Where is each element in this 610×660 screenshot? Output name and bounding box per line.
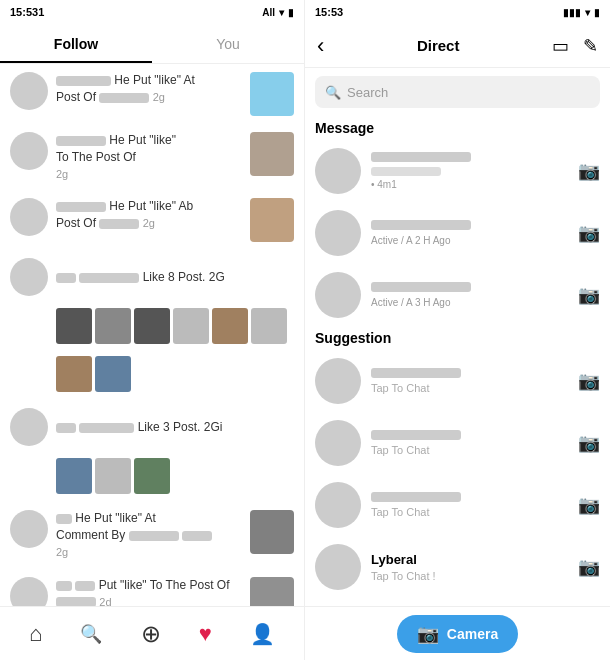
mini-img [212,308,248,344]
bottom-nav-left: ⌂ 🔍 ⊕ ♥ 👤 [0,606,304,660]
heart-icon[interactable]: ♥ [199,621,212,647]
suggestion-content: Tap To Chat [371,430,568,456]
left-tabs: Follow You [0,24,304,64]
status-icons-right: ▮▮▮ ▾ ▮ [563,7,600,18]
add-icon[interactable]: ⊕ [141,620,161,648]
mini-img [134,308,170,344]
mini-image-grid [56,308,287,344]
suggestion-item[interactable]: Tap To Chat 📷 [305,474,610,536]
message-list: Message • 4m1 📷 Active / A 2 H Ago 📷 [305,116,610,606]
mini-img [56,308,92,344]
search-placeholder: Search [347,85,388,100]
feed-content: Put "like" To The Post Of 2d [56,577,242,606]
video-icon[interactable]: ▭ [552,35,569,57]
avatar [10,72,48,110]
feed-item[interactable]: He Put "like" To The Post Of 2g [0,124,304,190]
status-bar-right: 15:53 ▮▮▮ ▾ ▮ [305,0,610,24]
camera-icon[interactable]: 📷 [578,160,600,182]
feed-content: Like 8 Post. 2G [56,269,294,286]
avatar [10,510,48,548]
wifi-icon-right: ▾ [585,7,590,18]
direct-header: ‹ Direct ▭ ✎ [305,24,610,68]
camera-icon[interactable]: 📷 [578,284,600,306]
user-blur [56,76,111,86]
mini-img [251,308,287,344]
msg-time-text: • 4m1 [371,179,568,190]
message-content: Active / A 2 H Ago [371,220,568,246]
feed-content: He Put "like" Ab Post Of 2g [56,198,242,232]
edit-icon[interactable]: ✎ [583,35,598,57]
suggestion-avatar [315,358,361,404]
feed-item[interactable]: He Put "like" At Comment By 2g [0,502,304,568]
suggestion-item[interactable]: Tap To Chat 📷 [305,412,610,474]
msg-status-text: Active / A 2 H Ago [371,235,568,246]
message-content: • 4m1 [371,152,568,190]
feed-item[interactable]: He Put "like" Ab Post Of 2g [0,190,304,250]
feed-sub: Comment By [56,527,242,544]
camera-icon[interactable]: 📷 [578,432,600,454]
suggestion-item[interactable]: Lyberal Tap To Chat ! 📷 [305,536,610,598]
camera-label: Camera [447,626,498,642]
camera-icon[interactable]: 📷 [578,556,600,578]
avatar [10,132,48,170]
suggestion-item[interactable]: Tap To Chat 📷 [305,350,610,412]
feed-text: He Put "like" At [56,72,242,89]
msg-name-blur [371,152,471,162]
feed-text: He Put "like" At [56,510,242,527]
home-icon[interactable]: ⌂ [29,621,42,647]
status-icons-left: All ▾ ▮ [262,7,294,18]
mini-img [95,356,131,392]
time-right: 15:53 [315,6,343,18]
battery-icon-right: ▮ [594,7,600,18]
search-icon: 🔍 [325,85,341,100]
mini-img [173,308,209,344]
avatar [10,258,48,296]
avatar [10,198,48,236]
tap-to-chat: Tap To Chat ! [371,570,568,582]
suggestion-content: Tap To Chat [371,492,568,518]
avatar [10,577,48,606]
message-section-label: Message [305,116,610,140]
feed-content: He Put "like" At Comment By 2g [56,510,242,560]
search-icon[interactable]: 🔍 [80,623,102,645]
camera-icon[interactable]: 📷 [578,494,600,516]
avatar [10,408,48,446]
feed-item[interactable]: Like 8 Post. 2G [0,250,304,400]
msg-time-blur [371,167,441,176]
feed-sub: Post Of 2g [56,215,242,232]
tap-to-chat: Tap To Chat [371,444,568,456]
feed-content: He Put "like" To The Post Of 2g [56,132,242,182]
camera-icon[interactable]: 📷 [578,222,600,244]
msg-name-blur [371,282,471,292]
search-bar[interactable]: 🔍 Search [315,76,600,108]
feed-sub: Post Of 2g [56,89,242,106]
suggestion-name: Lyberal [371,552,568,567]
feed-thumbnail [250,72,294,116]
battery-icon-left: ▮ [288,7,294,18]
suggestion-avatar [315,482,361,528]
sugg-name-blur [371,368,461,378]
mini-img [134,458,170,494]
message-item[interactable]: • 4m1 📷 [305,140,610,202]
camera-button[interactable]: 📷 Camera [397,615,518,653]
feed-item[interactable]: Like 3 Post. 2Gi [0,400,304,502]
feed-item[interactable]: He Put "like" At Post Of 2g [0,64,304,124]
camera-icon[interactable]: 📷 [578,370,600,392]
message-item[interactable]: Active / A 2 H Ago 📷 [305,202,610,264]
tap-to-chat: Tap To Chat [371,506,568,518]
back-icon[interactable]: ‹ [317,33,324,59]
camera-emoji-icon: 📷 [417,623,439,645]
feed-item[interactable]: Put "like" To The Post Of 2d [0,569,304,606]
profile-icon[interactable]: 👤 [250,622,275,646]
feed-sub: To The Post Of [56,149,242,166]
suggestion-avatar [315,544,361,590]
feed-thumbnail [250,198,294,242]
mini-img [95,308,131,344]
right-panel: 15:53 ▮▮▮ ▾ ▮ ‹ Direct ▭ ✎ 🔍 Search Mess… [305,0,610,660]
signal-icon: ▮▮▮ [563,7,581,18]
tab-you[interactable]: You [152,24,304,63]
message-item[interactable]: Active / A 3 H Ago 📷 [305,264,610,326]
tab-follow[interactable]: Follow [0,24,152,63]
feed-content: Like 3 Post. 2Gi [56,419,294,436]
mini-img [56,356,92,392]
